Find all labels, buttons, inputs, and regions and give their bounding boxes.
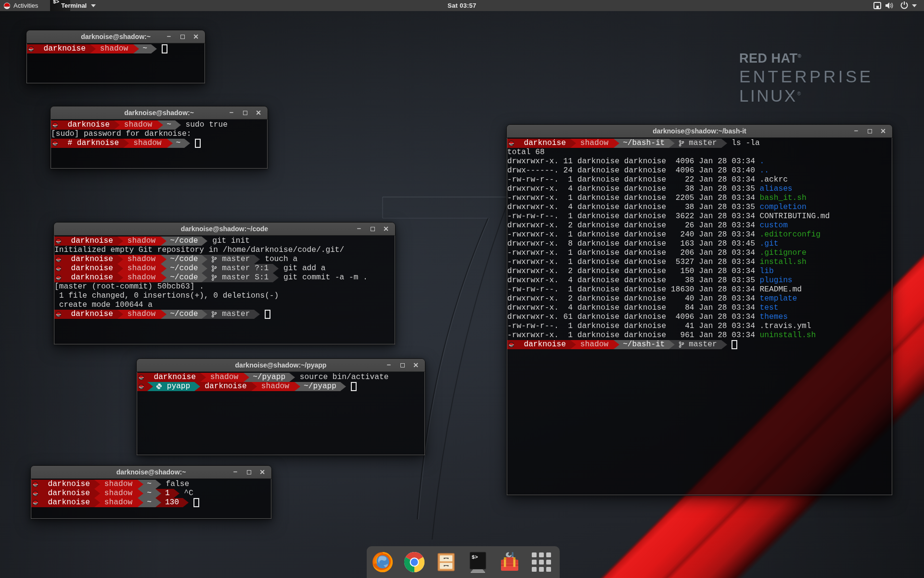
svg-text:$>: $>	[472, 554, 478, 560]
